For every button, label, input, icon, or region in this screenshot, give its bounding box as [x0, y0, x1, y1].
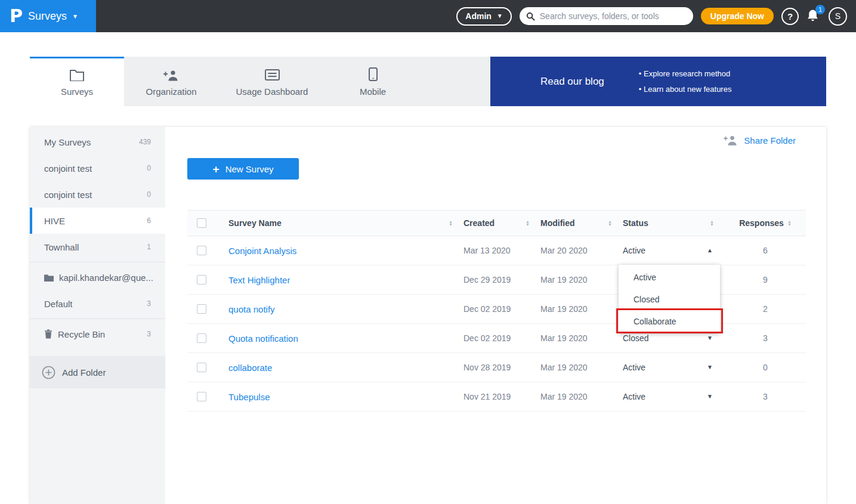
trash-icon [44, 329, 52, 339]
sidebar-divider [30, 262, 165, 262]
table-row: Conjoint Analysis Mar 13 2020 Mar 20 202… [187, 236, 806, 265]
admin-menu-button[interactable]: Admin ▼ [456, 7, 511, 26]
tabs-group: Surveys Organization Usage Dashboard Mob… [30, 57, 490, 106]
created-date: Nov 21 2019 [463, 392, 511, 401]
tabs-bar: Surveys Organization Usage Dashboard Mob… [30, 57, 826, 106]
tab-usage-dashboard[interactable]: Usage Dashboard [218, 57, 326, 106]
sort-icon[interactable]: ▲▼ [787, 220, 792, 226]
notifications-button[interactable]: 1 [806, 8, 821, 24]
column-header-modified: Modified [540, 218, 575, 228]
banner-title: Read our blog [490, 76, 604, 88]
sidebar-item-recycle-bin[interactable]: Recycle Bin 3 [30, 321, 165, 347]
row-checkbox[interactable] [197, 275, 206, 285]
tab-label: Usage Dashboard [236, 86, 308, 97]
folder-count: 439 [139, 138, 151, 146]
responses-count: 3 [763, 392, 768, 401]
status-dropdown-menu: Active Closed Collaborate [619, 265, 720, 333]
folder-label: My Surveys [44, 137, 91, 147]
share-folder-label: Share Folder [744, 135, 796, 146]
help-button[interactable]: ? [781, 8, 799, 25]
product-switcher[interactable]: P Surveys ▼ [0, 0, 96, 32]
search-input[interactable] [540, 11, 687, 21]
folder-count: 3 [147, 299, 151, 308]
sidebar-item-shared-folder[interactable]: kapil.khandekar@que... [30, 264, 165, 290]
modified-date: Mar 19 2020 [540, 333, 588, 343]
folder-label: HIVE [44, 216, 65, 226]
table-row: collaborate Nov 28 2019 Mar 19 2020 Acti… [187, 353, 806, 382]
chevron-down-icon[interactable]: ▼ [707, 364, 713, 370]
chevron-down-icon: ▼ [497, 13, 503, 19]
survey-name-link[interactable]: collaborate [228, 363, 272, 373]
survey-name-link[interactable]: Quota notification [228, 333, 298, 344]
survey-name-link[interactable]: Tubepulse [228, 392, 270, 402]
chevron-down-icon: ▼ [72, 14, 78, 20]
sidebar-item-conjoint-test-1[interactable]: conjoint test 0 [30, 155, 165, 181]
responses-count: 2 [763, 304, 768, 314]
search-icon [526, 12, 535, 21]
add-folder-button[interactable]: Add Folder [30, 356, 165, 388]
folder-icon [69, 67, 85, 81]
sort-icon[interactable]: ▲▼ [710, 220, 714, 226]
status-value: Closed [623, 333, 649, 343]
column-header-responses: Responses [739, 218, 784, 228]
tab-mobile[interactable]: Mobile [326, 57, 420, 106]
sidebar-item-townhall[interactable]: Townhall 1 [30, 234, 165, 260]
sort-icon[interactable]: ▲▼ [608, 220, 612, 226]
modified-date: Mar 19 2020 [540, 363, 588, 372]
modified-date: Mar 19 2020 [540, 304, 588, 314]
plus-icon: + [213, 163, 220, 175]
sort-icon[interactable]: ▲▼ [449, 220, 453, 226]
blog-banner[interactable]: Read our blog Explore research method Le… [490, 57, 826, 106]
survey-name-link[interactable]: Conjoint Analysis [228, 246, 296, 256]
chevron-up-icon[interactable]: ▲ [707, 248, 713, 253]
created-date: Dec 29 2019 [463, 275, 511, 285]
person-add-icon [724, 135, 738, 146]
sort-icon[interactable]: ▲▼ [526, 220, 530, 226]
status-option-collaborate[interactable]: Collaborate [619, 310, 720, 332]
folders-sidebar: My Surveys 439 conjoint test 0 conjoint … [30, 127, 165, 504]
content-card: My Surveys 439 conjoint test 0 conjoint … [30, 127, 826, 504]
folder-count: 0 [147, 164, 151, 172]
modified-date: Mar 19 2020 [540, 275, 588, 285]
created-date: Nov 28 2019 [463, 363, 511, 372]
row-checkbox[interactable] [197, 363, 206, 372]
status-value: Active [623, 363, 645, 372]
new-survey-button[interactable]: + New Survey [187, 158, 299, 180]
banner-bullet: Explore research method [639, 69, 732, 78]
tab-label: Surveys [61, 86, 93, 97]
upgrade-now-button[interactable]: Upgrade Now [701, 8, 774, 24]
row-checkbox[interactable] [197, 392, 206, 401]
status-option-closed[interactable]: Closed [619, 288, 720, 310]
sidebar-item-hive[interactable]: HIVE 6 [30, 208, 165, 234]
share-folder-button[interactable]: Share Folder [724, 135, 796, 146]
plus-circle-icon [42, 366, 55, 379]
sidebar-divider [30, 319, 165, 319]
folder-label: kapil.khandekar@que... [59, 273, 153, 283]
row-checkbox[interactable] [197, 304, 206, 314]
chevron-down-icon[interactable]: ▼ [707, 335, 713, 341]
banner-bullets: Explore research method Learn about new … [639, 69, 732, 94]
survey-name-link[interactable]: Text Highlighter [228, 275, 290, 285]
folder-label: conjoint test [44, 163, 92, 174]
tab-organization[interactable]: Organization [124, 57, 218, 106]
sidebar-item-conjoint-test-2[interactable]: conjoint test 0 [30, 181, 165, 208]
row-checkbox[interactable] [197, 333, 206, 343]
add-folder-label: Add Folder [62, 367, 106, 378]
created-date: Mar 13 2020 [463, 246, 511, 255]
folder-icon [44, 274, 54, 282]
row-checkbox[interactable] [197, 246, 206, 255]
modified-date: Mar 19 2020 [540, 392, 588, 401]
survey-name-link[interactable]: quota notify [228, 304, 275, 314]
folder-label: Default [44, 299, 73, 309]
surveys-panel: Share Folder + New Survey Survey Name ▲▼… [165, 127, 826, 504]
select-all-checkbox[interactable] [197, 218, 206, 228]
chevron-down-icon[interactable]: ▼ [707, 394, 713, 400]
tab-surveys[interactable]: Surveys [30, 57, 124, 106]
sidebar-item-default[interactable]: Default 3 [30, 290, 165, 317]
folder-label: Recycle Bin [58, 329, 105, 339]
sidebar-item-my-surveys[interactable]: My Surveys 439 [30, 129, 165, 155]
user-avatar[interactable]: S [829, 7, 847, 26]
created-date: Dec 02 2019 [463, 333, 511, 343]
status-option-active[interactable]: Active [619, 266, 720, 288]
responses-count: 0 [763, 363, 768, 372]
